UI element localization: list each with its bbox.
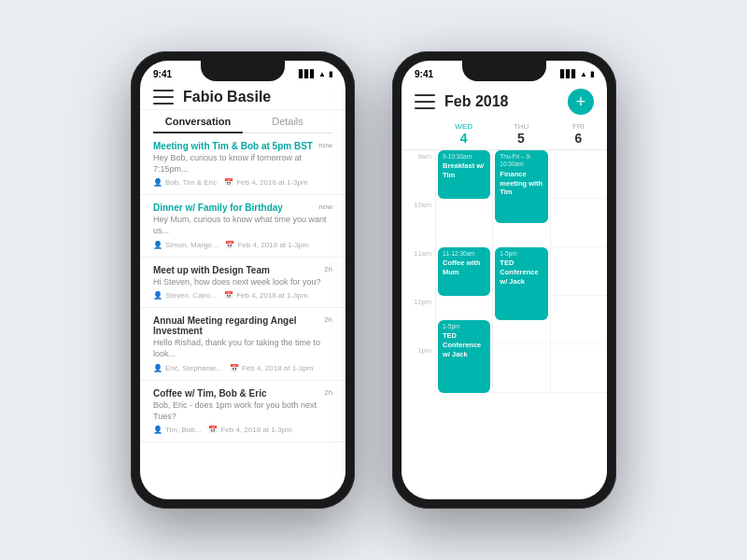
- time-col-spacer: [402, 120, 435, 147]
- grid-row: [493, 344, 549, 393]
- message-item[interactable]: Meeting with Tim & Bob at 5pm BST now He…: [140, 133, 345, 195]
- tabs: Conversation Details: [153, 110, 332, 133]
- message-subject: Dinner w/ Family for Birthday now: [153, 203, 332, 213]
- event-title: TED Conference w/ Jack: [443, 331, 486, 358]
- tab-details[interactable]: Details: [243, 110, 332, 133]
- time-1pm: 1pm: [402, 344, 435, 393]
- phone1-title: Fabio Basile: [183, 89, 271, 105]
- phone-calendar: 9:41 ▋▋▋ ▲ ▮ Feb 2018 +: [392, 51, 616, 509]
- event-coffee[interactable]: 11-12:30am Coffee with Mum: [438, 247, 490, 296]
- status-time-2: 9:41: [415, 69, 433, 79]
- event-time: 9-10:30am: [443, 153, 486, 161]
- phone2-screen: 9:41 ▋▋▋ ▲ ▮ Feb 2018 +: [402, 61, 607, 499]
- day-headers: WED 4 THU 5 FRI 6: [402, 119, 607, 150]
- hamburger-icon[interactable]: [153, 90, 174, 105]
- person-icon: 👤: [153, 178, 162, 187]
- message-subject: Meeting with Tim & Bob at 5pm BST now: [153, 141, 332, 151]
- event-time: Thu-Fri – 9-10:30am: [500, 153, 543, 169]
- message-time: 2h: [324, 388, 332, 397]
- calendar-title: Feb 2018: [444, 93, 558, 110]
- calendar-icon: 📅: [224, 178, 233, 187]
- hamburger-line: [415, 107, 435, 109]
- phone-messages: 9:41 ▋▋▋ ▲ ▮ Fabio Basile Conv: [131, 51, 355, 509]
- participants: 👤 Tim, Bob...: [153, 426, 201, 434]
- event-title: Coffee with Mum: [443, 259, 486, 277]
- message-meta: 👤 Bob, Tim & Eric 📅 Feb 4, 2018 at 1-3pm: [153, 178, 332, 187]
- message-time: 2h: [324, 265, 332, 273]
- date: 📅 Feb 4, 2018 at 1-3pm: [224, 291, 308, 300]
- phone1-screen: 9:41 ▋▋▋ ▲ ▮ Fabio Basile Conv: [140, 61, 345, 499]
- message-preview: Hey Bob, curious to know if tomorrow at …: [153, 153, 332, 175]
- day-header-thu[interactable]: THU 5: [492, 120, 549, 147]
- grid-row: [436, 199, 492, 247]
- message-meta: 👤 Steven, Cairo... 📅 Feb 4, 2018 at 1-3p…: [153, 291, 332, 300]
- participants: 👤 Steven, Cairo...: [153, 291, 217, 300]
- status-icons-2: ▋▋▋ ▲ ▮: [560, 70, 594, 78]
- grid-row: [551, 296, 607, 344]
- signal-icon-2: ▋▋▋: [560, 70, 577, 78]
- message-preview: Hello Rishad, thank you for taking the t…: [153, 338, 332, 359]
- participants: 👤 Eric, Stephanie...: [153, 364, 222, 372]
- hamburger-icon-2[interactable]: [415, 94, 435, 109]
- grid-row: [551, 344, 607, 393]
- date: 📅 Feb 4, 2018 at 1-3pm: [230, 364, 314, 372]
- message-item[interactable]: Coffee w/ Tim, Bob & Eric 2h Bob, Eric -…: [140, 381, 345, 442]
- message-preview: Hey Mum, curious to know what time you w…: [153, 215, 332, 236]
- hamburger-line: [415, 101, 435, 103]
- hamburger-line: [415, 94, 435, 96]
- event-ted-bottom[interactable]: 1-5pm TED Conference w/ Jack: [438, 320, 490, 393]
- tab-conversation[interactable]: Conversation: [153, 110, 243, 133]
- person-icon: 👤: [153, 426, 162, 434]
- battery-icon: ▮: [329, 70, 332, 78]
- message-time: now: [318, 141, 332, 149]
- event-title: Breakfast w/ Tim: [443, 161, 486, 180]
- date: 📅 Feb 4, 2018 at 1-3pm: [208, 426, 292, 434]
- notch-2: [462, 61, 546, 81]
- message-preview: Bob, Eric - does 1pm work for you both n…: [153, 400, 332, 422]
- person-icon: 👤: [153, 291, 162, 300]
- status-icons-1: ▋▋▋ ▲ ▮: [299, 70, 332, 78]
- hamburger-line: [153, 96, 174, 98]
- calendar-icon: 📅: [225, 241, 234, 249]
- calendar-col-thu: Thu-Fri – 9-10:30am Finance meeting with…: [492, 150, 549, 393]
- calendar-icon: 📅: [230, 364, 239, 372]
- battery-icon-2: ▮: [590, 70, 594, 78]
- message-subject: Meet up with Design Team 2h: [153, 265, 332, 275]
- participants: 👤 Bob, Tim & Eric: [153, 178, 217, 187]
- message-time: now: [318, 203, 332, 211]
- day-header-fri[interactable]: FRI 6: [550, 120, 607, 147]
- event-finance[interactable]: Thu-Fri – 9-10:30am Finance meeting with…: [495, 150, 547, 223]
- message-subject: Coffee w/ Tim, Bob & Eric 2h: [153, 388, 332, 399]
- signal-icon: ▋▋▋: [299, 70, 316, 78]
- day-header-wed[interactable]: WED 4: [435, 120, 492, 147]
- time-10am: 10am: [402, 199, 435, 247]
- hamburger-line: [153, 103, 174, 105]
- time-12pm: 12pm: [402, 296, 435, 344]
- message-meta: 👤 Simon, Marge... 📅 Feb 4, 2018 at 1-3pm: [153, 241, 332, 249]
- message-meta: 👤 Eric, Stephanie... 📅 Feb 4, 2018 at 1-…: [153, 364, 332, 372]
- person-icon: 👤: [153, 241, 162, 249]
- wifi-icon: ▲: [318, 70, 326, 78]
- phone1-header: Fabio Basile: [140, 83, 345, 110]
- message-item[interactable]: Dinner w/ Family for Birthday now Hey Mu…: [140, 195, 345, 257]
- phone2-header: Feb 2018 +: [402, 83, 607, 119]
- calendar-icon: 📅: [224, 291, 233, 300]
- message-time: 2h: [324, 315, 332, 324]
- message-preview: Hi Steven, how does next week look for y…: [153, 277, 332, 288]
- grid-row: [551, 199, 607, 247]
- phones-container: 9:41 ▋▋▋ ▲ ▮ Fabio Basile Conv: [131, 51, 616, 509]
- message-item[interactable]: Annual Meeting regarding Angel Investmen…: [140, 308, 345, 380]
- message-item[interactable]: Meet up with Design Team 2h Hi Steven, h…: [140, 258, 345, 309]
- message-subject: Annual Meeting regarding Angel Investmen…: [153, 315, 332, 336]
- event-time: 1-5pm: [500, 250, 543, 258]
- event-ted[interactable]: 1-5pm TED Conference w/ Jack: [495, 247, 547, 320]
- notch: [201, 61, 285, 81]
- calendar-col-fri: [550, 150, 607, 393]
- messages-list: Meeting with Tim & Bob at 5pm BST now He…: [140, 133, 345, 442]
- plus-icon: +: [576, 93, 586, 110]
- add-event-button[interactable]: +: [568, 89, 594, 115]
- hamburger-line: [153, 90, 174, 91]
- grid-row: [551, 247, 607, 296]
- event-title: Finance meeting with Tim: [500, 170, 543, 197]
- event-breakfast[interactable]: 9-10:30am Breakfast w/ Tim: [438, 150, 490, 199]
